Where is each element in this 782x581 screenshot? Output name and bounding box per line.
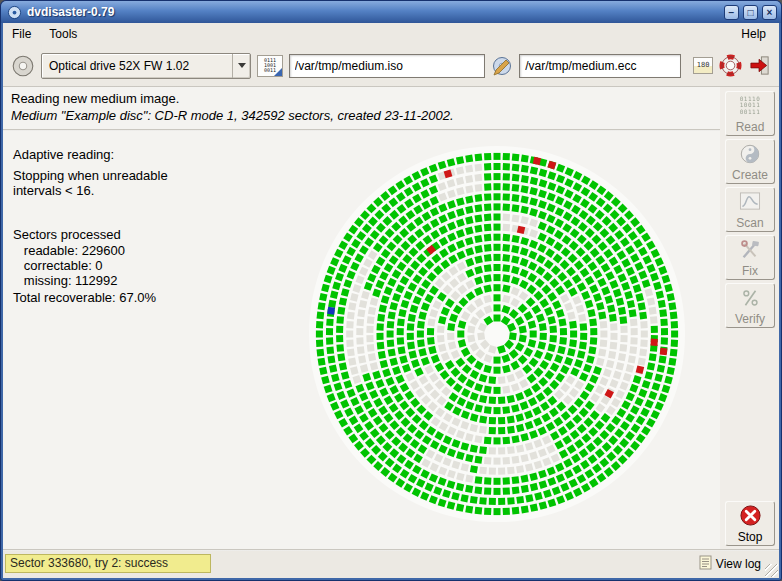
stop-label: Stop: [738, 530, 763, 544]
maximize-button[interactable]: □: [743, 5, 758, 20]
binary-read-icon: 01110 10011 00111: [740, 94, 761, 118]
heading-divider: [3, 129, 722, 131]
medium-info-line: Medium "Example disc": CD-R mode 1, 3425…: [11, 108, 454, 123]
readable-count: readable: 229600: [13, 243, 125, 258]
preferences-icon[interactable]: 180: [693, 57, 713, 74]
minimize-button[interactable]: −: [724, 5, 739, 20]
image-file-input[interactable]: [289, 54, 485, 78]
statusbar-divider: [3, 549, 779, 551]
chevron-down-icon: [238, 63, 246, 68]
drive-select-value: Optical drive 52X FW 1.02: [42, 59, 232, 73]
scan-button[interactable]: Scan: [725, 187, 775, 232]
stop-icon: [739, 504, 762, 528]
read-label: Read: [736, 120, 765, 134]
verify-label: Verify: [735, 312, 765, 326]
ecc-file-icon: [491, 55, 513, 77]
resize-grip[interactable]: [765, 564, 778, 577]
statusbar: Sector 333680, try 2: success View log: [3, 549, 779, 578]
sectors-processed-title: Sectors processed: [13, 227, 121, 242]
correctable-count: correctable: 0: [13, 258, 103, 273]
read-button[interactable]: 01110 10011 00111 Read: [725, 91, 775, 136]
stopping-condition-line2: intervals < 16.: [13, 183, 94, 198]
sidebar: 01110 10011 00111 Read Create: [720, 87, 779, 549]
main-area: Reading new medium image. Medium "Exampl…: [3, 87, 779, 549]
app-window: dvdisaster-0.79 − □ × File Tools Help Op…: [0, 0, 782, 581]
reading-spiral: [304, 141, 690, 527]
window-body: File Tools Help Optical drive 52X FW 1.0…: [3, 23, 779, 578]
quit-icon[interactable]: [748, 54, 771, 77]
stopping-condition-line1: Stopping when unreadable: [13, 168, 168, 183]
drive-select[interactable]: Optical drive 52X FW 1.02: [41, 53, 251, 79]
stop-button[interactable]: Stop: [725, 501, 775, 546]
adaptive-reading-title: Adaptive reading:: [13, 147, 114, 162]
window-title: dvdisaster-0.79: [27, 5, 720, 19]
yinyang-create-icon: [739, 142, 761, 166]
scan-label: Scan: [736, 216, 763, 230]
verify-button[interactable]: Verify: [725, 283, 775, 328]
missing-count: missing: 112992: [13, 273, 118, 288]
view-log-button[interactable]: View log: [699, 555, 761, 573]
menu-file[interactable]: File: [3, 24, 40, 44]
menu-help[interactable]: Help: [732, 24, 775, 44]
drive-icon: [11, 54, 35, 78]
drive-select-arrow-button[interactable]: [232, 54, 250, 78]
fix-label: Fix: [742, 264, 758, 278]
create-label: Create: [732, 168, 768, 182]
reading-status-line: Reading new medium image.: [11, 91, 179, 106]
close-button[interactable]: ×: [762, 5, 777, 20]
window-icon: [7, 5, 22, 20]
help-lifebuoy-icon[interactable]: [719, 54, 742, 77]
view-log-label: View log: [716, 557, 761, 571]
ecc-file-input[interactable]: [519, 54, 681, 78]
verify-percent-icon: [739, 286, 761, 310]
fix-button[interactable]: Fix: [725, 235, 775, 280]
create-button[interactable]: Create: [725, 139, 775, 184]
menu-tools[interactable]: Tools: [40, 24, 86, 44]
status-message: Sector 333680, try 2: success: [5, 554, 211, 573]
menubar: File Tools Help: [3, 23, 779, 45]
titlebar[interactable]: dvdisaster-0.79 − □ ×: [1, 1, 781, 23]
scan-chart-icon: [738, 190, 762, 214]
log-icon: [699, 555, 712, 573]
total-recoverable: Total recoverable: 67.0%: [13, 290, 156, 305]
toolbar: Optical drive 52X FW 1.02 0111 1001 0011…: [3, 45, 779, 86]
fix-tools-icon: [739, 238, 761, 262]
image-file-icon: 0111 1001 0011: [257, 55, 283, 77]
